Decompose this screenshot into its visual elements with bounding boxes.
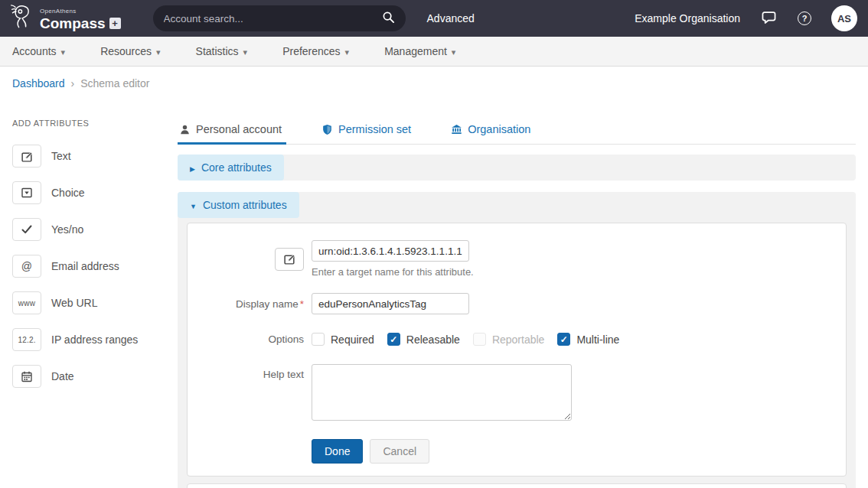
menu-resources[interactable]: Resources — [100, 45, 160, 57]
sidebar-heading: ADD ATTRIBUTES — [12, 119, 178, 128]
attributes-sidebar: ADD ATTRIBUTES Text Choice — [0, 100, 178, 488]
sidebar-item-choice[interactable]: Choice — [12, 181, 178, 204]
target-name-input[interactable] — [312, 240, 469, 262]
chevron-down-icon — [243, 45, 248, 57]
menu-statistics[interactable]: Statistics — [196, 45, 248, 57]
chevron-down-icon — [452, 45, 456, 57]
organisation-name: Example Organisation — [635, 12, 740, 24]
search-icon[interactable] — [382, 11, 395, 27]
brand-text: OpenAthens Compass — [40, 8, 121, 34]
person-icon — [179, 124, 191, 135]
done-button[interactable]: Done — [312, 439, 363, 464]
help-text-label: Help text — [188, 364, 304, 380]
dropdown-icon — [12, 181, 41, 204]
attribute-edit-form: Enter a target name for this attribute. … — [187, 223, 847, 477]
caret-down-icon — [190, 199, 197, 211]
schema-editor-main: Personal account Permission set — [178, 100, 868, 488]
checkbox-multiline[interactable]: Multi-line — [557, 333, 619, 346]
options-label: Options — [188, 333, 304, 345]
checkbox-required[interactable]: Required — [312, 333, 374, 346]
owl-logo-icon — [9, 3, 37, 34]
checkbox-box[interactable] — [312, 333, 325, 346]
schema-tabs: Personal account Permission set — [178, 120, 856, 145]
ip-icon: 12.2. — [12, 328, 41, 351]
required-marker: * — [300, 298, 304, 310]
sidebar-item-date[interactable]: Date — [12, 365, 178, 388]
at-icon: @ — [12, 255, 41, 278]
target-name-helper: Enter a target name for this attribute. — [312, 266, 474, 278]
calendar-icon — [12, 365, 41, 388]
form-actions-row: Done Cancel — [188, 439, 846, 464]
chevron-down-icon — [156, 45, 161, 57]
user-avatar[interactable]: AS — [831, 5, 857, 31]
account-search-box[interactable] — [153, 5, 406, 31]
shield-icon — [321, 124, 333, 135]
cancel-button[interactable]: Cancel — [370, 439, 429, 464]
breadcrumb: Dashboard Schema editor — [0, 67, 868, 100]
plus-badge-icon — [109, 18, 121, 29]
edit-icon — [12, 145, 41, 168]
sidebar-item-label: Choice — [51, 187, 85, 199]
chevron-down-icon — [345, 45, 350, 57]
brand-name-small: OpenAthens — [40, 8, 121, 15]
account-search-input[interactable] — [164, 13, 382, 24]
top-bar: OpenAthens Compass Advanced Example Orga… — [0, 0, 868, 37]
checkbox-box[interactable] — [387, 333, 400, 346]
target-name-row: Enter a target name for this attribute. — [188, 240, 846, 278]
help-icon[interactable] — [798, 11, 811, 25]
sidebar-item-yesno[interactable]: Yes/no — [12, 218, 178, 241]
display-name-row: Display name* — [188, 293, 846, 314]
sidebar-item-email[interactable]: @ Email address — [12, 255, 178, 278]
sidebar-item-label: Text — [51, 150, 71, 162]
checkbox-box — [473, 333, 486, 346]
www-icon: www — [12, 291, 41, 314]
breadcrumb-dashboard-link[interactable]: Dashboard — [12, 77, 65, 89]
sidebar-item-weburl[interactable]: www Web URL — [12, 291, 178, 314]
display-name-input[interactable] — [312, 293, 469, 314]
checkbox-reportable: Reportable — [473, 333, 545, 346]
breadcrumb-separator-icon — [71, 77, 75, 89]
next-attribute-row[interactable] — [187, 483, 847, 488]
tab-personal-account[interactable]: Personal account — [178, 120, 286, 145]
sidebar-item-text[interactable]: Text — [12, 145, 178, 168]
menu-management[interactable]: Management — [384, 45, 455, 57]
brand-name-large: Compass — [40, 16, 106, 31]
custom-attributes-header-row: Custom attributes — [178, 192, 856, 218]
bank-icon — [451, 124, 462, 135]
checkbox-box[interactable] — [557, 333, 570, 346]
chat-icon[interactable] — [760, 8, 778, 29]
help-text-input[interactable] — [312, 364, 572, 421]
options-row: Options Required Releasable — [188, 333, 846, 346]
menu-preferences[interactable]: Preferences — [282, 45, 349, 57]
sidebar-item-label: Email address — [51, 260, 119, 272]
core-attributes-panel: Core attributes — [178, 155, 856, 181]
display-name-label: Display name — [236, 298, 299, 310]
menu-accounts[interactable]: Accounts — [12, 45, 65, 57]
check-icon — [12, 218, 41, 241]
core-attributes-header[interactable]: Core attributes — [178, 155, 284, 181]
help-text-row: Help text — [188, 364, 846, 421]
sidebar-item-label: Date — [51, 370, 74, 382]
sidebar-item-label: Yes/no — [51, 223, 83, 236]
tab-permission-set[interactable]: Permission set — [320, 120, 416, 145]
app-window: OpenAthens Compass Advanced Example Orga… — [0, 0, 868, 488]
main-menu: Accounts Resources Statistics Preference… — [0, 37, 868, 67]
advanced-search-link[interactable]: Advanced — [427, 12, 475, 24]
sidebar-item-ipranges[interactable]: 12.2. IP address ranges — [12, 328, 178, 351]
checkbox-releasable[interactable]: Releasable — [387, 333, 460, 346]
chevron-down-icon — [61, 45, 66, 57]
sidebar-item-label: IP address ranges — [51, 333, 138, 346]
edit-target-name-button[interactable] — [275, 248, 304, 271]
breadcrumb-current: Schema editor — [80, 77, 149, 89]
sidebar-item-label: Web URL — [51, 297, 97, 309]
custom-attributes-panel: Custom attributes — [178, 192, 856, 488]
brand-logo[interactable]: OpenAthens Compass — [9, 3, 121, 34]
custom-attributes-header[interactable]: Custom attributes — [178, 192, 299, 218]
caret-right-icon — [190, 161, 195, 174]
tab-organisation[interactable]: Organisation — [449, 120, 535, 145]
